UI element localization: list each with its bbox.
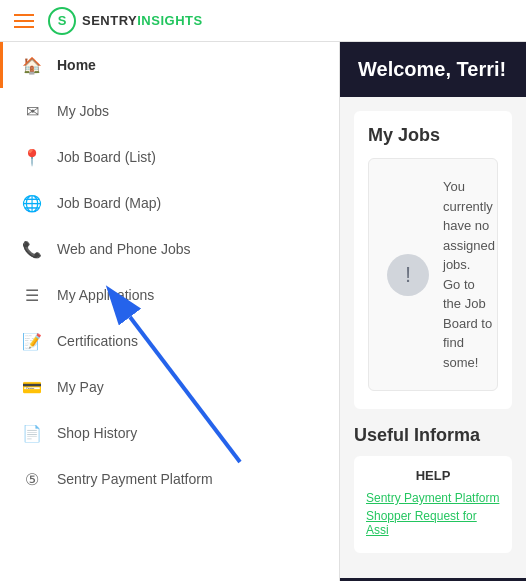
pin-icon: 📍 <box>21 146 43 168</box>
sidebar-item-my-applications[interactable]: ☰ My Applications <box>0 272 339 318</box>
sidebar-item-shop-history[interactable]: 📄 Shop History <box>0 410 339 456</box>
sidebar-label-web-phone-jobs: Web and Phone Jobs <box>57 241 321 257</box>
useful-info-section: Useful Informa HELP Sentry Payment Platf… <box>354 425 512 553</box>
sidebar-label-job-board-list: Job Board (List) <box>57 149 321 165</box>
sidebar-label-certifications: Certifications <box>57 333 321 349</box>
globe-icon: 🌐 <box>21 192 43 214</box>
alert-icon: ! <box>387 254 429 296</box>
app-header: S SENTRYINSIGHTS <box>0 0 526 42</box>
content-area: My Jobs ! You currently have no assigned… <box>340 97 526 578</box>
my-jobs-title: My Jobs <box>368 125 498 146</box>
sidebar-label-my-pay: My Pay <box>57 379 321 395</box>
main-content: Welcome, Terri! My Jobs ! You currently … <box>340 42 526 581</box>
jobs-placeholder: ! You currently have no assigned jobs. G… <box>368 158 498 391</box>
sidebar-label-job-board-map: Job Board (Map) <box>57 195 321 211</box>
jobs-empty-text: You currently have no assigned jobs. Go … <box>443 177 495 372</box>
main-layout: 🏠 Home ✉ My Jobs 📍 Job Board (List) 🌐 Jo… <box>0 42 526 581</box>
sidebar-label-my-applications: My Applications <box>57 287 321 303</box>
help-link-sentry-payment[interactable]: Sentry Payment Platform <box>366 491 500 505</box>
mail-icon: ✉ <box>21 100 43 122</box>
my-jobs-section: My Jobs ! You currently have no assigned… <box>354 111 512 409</box>
payment-platform-icon: ⑤ <box>21 468 43 490</box>
logo-wordmark: SENTRYINSIGHTS <box>82 13 203 28</box>
sidebar-item-job-board-list[interactable]: 📍 Job Board (List) <box>0 134 339 180</box>
history-icon: 📄 <box>21 422 43 444</box>
sidebar-item-home[interactable]: 🏠 Home <box>0 42 339 88</box>
sidebar-label-shop-history: Shop History <box>57 425 321 441</box>
sidebar-label-home: Home <box>57 57 321 73</box>
sidebar-label-sentry-payment: Sentry Payment Platform <box>57 471 321 487</box>
sidebar-item-my-jobs[interactable]: ✉ My Jobs <box>0 88 339 134</box>
sidebar-item-certifications[interactable]: 📝 Certifications <box>0 318 339 364</box>
list-icon: ☰ <box>21 284 43 306</box>
sidebar: 🏠 Home ✉ My Jobs 📍 Job Board (List) 🌐 Jo… <box>0 42 340 581</box>
logo-icon: S <box>48 7 76 35</box>
help-link-shopper-request[interactable]: Shopper Request for Assi <box>366 509 500 537</box>
hamburger-menu[interactable] <box>14 14 34 28</box>
home-icon: 🏠 <box>21 54 43 76</box>
logo: S SENTRYINSIGHTS <box>48 7 203 35</box>
sidebar-item-my-pay[interactable]: 💳 My Pay <box>0 364 339 410</box>
sidebar-item-web-phone-jobs[interactable]: 📞 Web and Phone Jobs <box>0 226 339 272</box>
sidebar-item-job-board-map[interactable]: 🌐 Job Board (Map) <box>0 180 339 226</box>
useful-info-title: Useful Informa <box>354 425 512 446</box>
welcome-bar: Welcome, Terri! <box>340 42 526 97</box>
pay-icon: 💳 <box>21 376 43 398</box>
phone-icon: 📞 <box>21 238 43 260</box>
cert-icon: 📝 <box>21 330 43 352</box>
welcome-heading: Welcome, Terri! <box>358 58 508 81</box>
help-title: HELP <box>366 468 500 483</box>
sidebar-item-sentry-payment[interactable]: ⑤ Sentry Payment Platform <box>0 456 339 502</box>
sidebar-label-my-jobs: My Jobs <box>57 103 321 119</box>
help-card: HELP Sentry Payment Platform Shopper Req… <box>354 456 512 553</box>
